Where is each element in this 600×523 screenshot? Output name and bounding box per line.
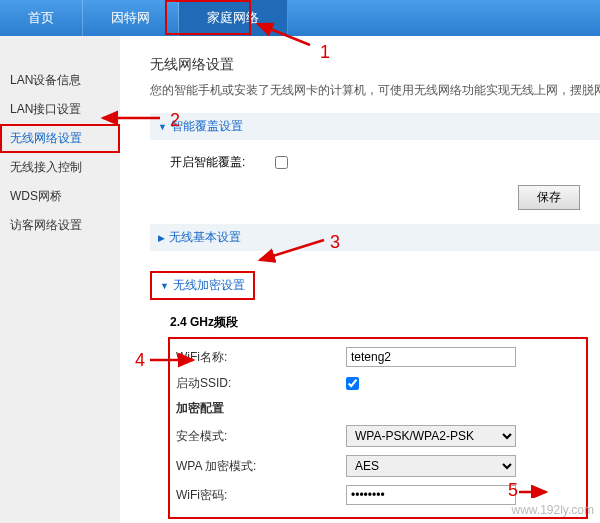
top-nav: 首页 因特网 家庭网络 [0, 0, 600, 36]
enable-ssid-checkbox[interactable] [346, 377, 359, 390]
wpa-mode-select[interactable]: AES [346, 455, 516, 477]
smart-toggle-checkbox[interactable] [275, 156, 288, 169]
wifi-name-label: WiFi名称: [176, 349, 346, 366]
sidebar: LAN设备信息 LAN接口设置 无线网络设置 无线接入控制 WDS网桥 访客网络… [0, 36, 120, 523]
sidebar-item-wds[interactable]: WDS网桥 [0, 182, 120, 211]
section-wireless-encryption[interactable]: ▼ 无线加密设置 [150, 271, 255, 300]
watermark: www.192ly.com [512, 503, 594, 517]
save-button-smart[interactable]: 保存 [518, 185, 580, 210]
caret-right-icon: ▶ [158, 233, 165, 243]
sidebar-item-wireless[interactable]: 无线网络设置 [0, 124, 120, 153]
wifi-name-input[interactable] [346, 347, 516, 367]
section-label: 无线加密设置 [173, 277, 245, 294]
wifi-password-input[interactable] [346, 485, 516, 505]
encryption-form: WiFi名称: 启动SSID: 加密配置 安全模式: WPA-PSK/WPA2-… [168, 337, 588, 519]
section-label: 无线基本设置 [169, 229, 241, 246]
tab-internet[interactable]: 因特网 [83, 0, 179, 36]
tab-home-network[interactable]: 家庭网络 [179, 0, 288, 36]
wifi-password-label: WiFi密码: [176, 487, 346, 504]
tab-home[interactable]: 首页 [0, 0, 83, 36]
page-title: 无线网络设置 [150, 56, 600, 74]
wpa-mode-label: WPA 加密模式: [176, 458, 346, 475]
sidebar-item-access-control[interactable]: 无线接入控制 [0, 153, 120, 182]
section-smart-coverage[interactable]: ▼ 智能覆盖设置 [150, 113, 600, 140]
sidebar-item-guest[interactable]: 访客网络设置 [0, 211, 120, 240]
security-mode-label: 安全模式: [176, 428, 346, 445]
security-mode-select[interactable]: WPA-PSK/WPA2-PSK [346, 425, 516, 447]
page-description: 您的智能手机或安装了无线网卡的计算机，可使用无线网络功能实现无线上网，摆脱网线的 [150, 82, 600, 99]
sidebar-item-lan-device[interactable]: LAN设备信息 [0, 66, 120, 95]
content-area: 无线网络设置 您的智能手机或安装了无线网卡的计算机，可使用无线网络功能实现无线上… [120, 36, 600, 523]
caret-down-icon: ▼ [158, 122, 167, 132]
encryption-config-label: 加密配置 [176, 400, 346, 417]
section-wireless-basic[interactable]: ▶ 无线基本设置 [150, 224, 600, 251]
enable-ssid-label: 启动SSID: [176, 375, 346, 392]
section-label: 智能覆盖设置 [171, 118, 243, 135]
caret-down-icon: ▼ [160, 281, 169, 291]
sidebar-item-lan-port[interactable]: LAN接口设置 [0, 95, 120, 124]
smart-toggle-label: 开启智能覆盖: [170, 154, 245, 171]
band-title: 2.4 GHz频段 [170, 314, 600, 331]
